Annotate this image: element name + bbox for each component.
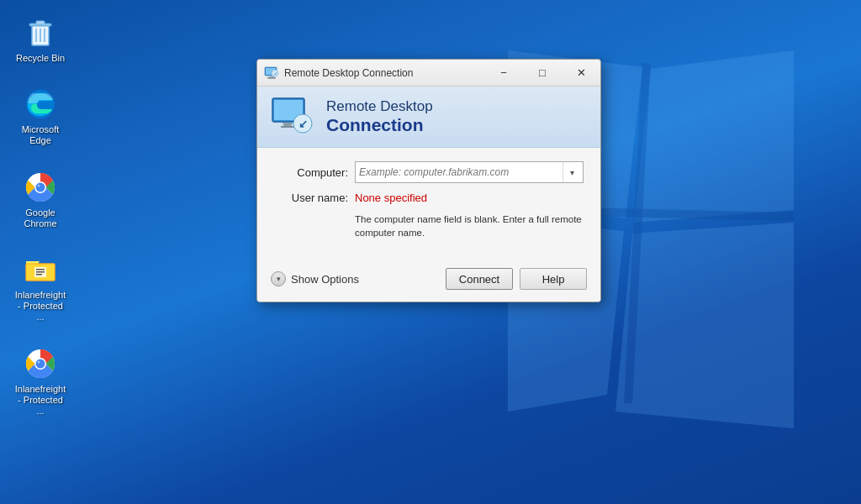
svg-rect-8: [36, 21, 45, 24]
inlanefreight-folder-label: Inlanefreight - Protected ...: [13, 290, 67, 323]
microsoft-edge-icon[interactable]: Microsoft Edge: [10, 84, 71, 150]
folder-image: [24, 253, 57, 286]
minimize-button[interactable]: −: [484, 60, 523, 86]
dialog-body: Computer: ▾ User name: None specified Th…: [257, 148, 600, 261]
svg-point-15: [36, 182, 45, 192]
svg-line-4: [628, 63, 647, 403]
dialog-footer: ▾ Show Options Connect Help: [257, 261, 600, 302]
maximize-button[interactable]: □: [523, 60, 562, 86]
help-button[interactable]: Help: [520, 268, 587, 290]
svg-point-24: [36, 359, 45, 368]
svg-marker-1: [634, 50, 794, 223]
rdp-dialog: ↙ Remote Desktop Connection − □ ✕: [256, 59, 601, 302]
computer-label: Computer:: [274, 166, 348, 179]
chrome-label: Google Chrome: [13, 207, 67, 229]
desktop: Recycle Bin Microsoft Edge: [0, 0, 861, 504]
username-row: User name: None specified: [274, 192, 584, 204]
edge-image: [24, 87, 57, 121]
desktop-icons: Recycle Bin Microsoft Edge: [0, 0, 71, 420]
dialog-title: Remote Desktop Connection: [284, 67, 484, 79]
edge-label: Microsoft Edge: [13, 124, 67, 146]
warning-text: The computer name field is blank. Enter …: [355, 213, 584, 239]
computer-input[interactable]: [359, 166, 563, 178]
chrome-image-2: [24, 347, 57, 381]
dialog-header-text: Remote Desktop Connection: [326, 99, 433, 134]
recycle-bin-icon[interactable]: Recycle Bin: [10, 13, 71, 67]
svg-text:↙: ↙: [298, 118, 308, 130]
chrome-image: [24, 171, 57, 204]
computer-dropdown-arrow[interactable]: ▾: [563, 162, 581, 182]
show-options-arrow-icon: ▾: [271, 271, 286, 286]
close-button[interactable]: ✕: [562, 60, 600, 86]
title-bar-buttons: − □ ✕: [484, 60, 600, 86]
inlanefreight-folder-icon[interactable]: Inlanefreight - Protected ...: [10, 249, 71, 327]
recycle-bin-label: Recycle Bin: [16, 53, 65, 64]
show-options-label: Show Options: [291, 273, 359, 286]
svg-point-16: [38, 184, 40, 186]
show-options-button[interactable]: ▾ Show Options: [271, 271, 359, 286]
svg-point-25: [38, 360, 40, 363]
google-chrome-icon[interactable]: Google Chrome: [10, 167, 71, 233]
svg-rect-19: [36, 269, 45, 270]
recycle-bin-image: [24, 16, 57, 50]
rdp-logo-icon: ↙: [271, 97, 314, 137]
computer-input-wrapper[interactable]: ▾: [355, 161, 584, 183]
username-label: User name:: [274, 192, 348, 204]
svg-text:↙: ↙: [274, 71, 277, 76]
svg-rect-20: [36, 271, 45, 273]
title-bar: ↙ Remote Desktop Connection − □ ✕: [257, 60, 600, 87]
header-line1: Remote Desktop: [326, 99, 433, 115]
header-line2: Connection: [326, 115, 433, 134]
connect-button[interactable]: Connect: [446, 268, 513, 290]
svg-marker-3: [615, 223, 794, 428]
dialog-header: ↙ Remote Desktop Connection: [257, 87, 600, 148]
inlanefreight-chrome-icon[interactable]: Inlanefreight - Protected ...: [10, 344, 71, 421]
username-value: None specified: [355, 192, 427, 204]
footer-action-buttons: Connect Help: [446, 268, 587, 290]
inlanefreight-chrome-label: Inlanefreight - Protected ...: [13, 384, 67, 417]
rdp-title-icon: ↙: [264, 66, 279, 81]
svg-rect-21: [36, 274, 42, 276]
computer-row: Computer: ▾: [274, 161, 584, 183]
